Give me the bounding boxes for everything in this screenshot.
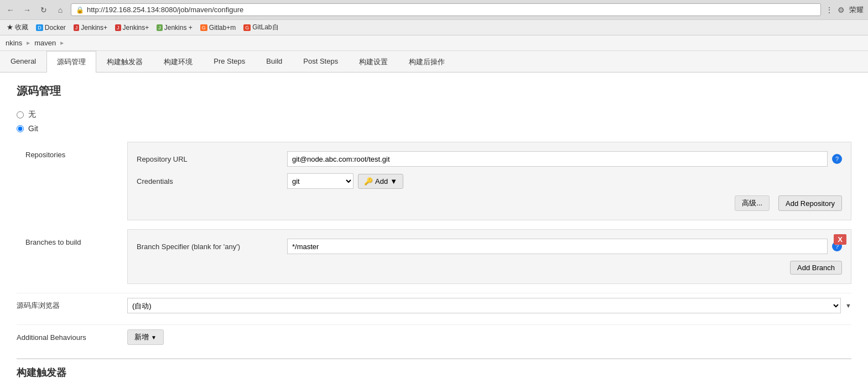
extensions-icon: ⚙: [838, 6, 845, 14]
source-browser-content: (自动) ▼: [127, 298, 851, 313]
bookmarks-bar: ★ 收藏 D Docker J Jenkins+ J Jenkins+ J Je…: [0, 19, 868, 35]
credentials-label: Credentials: [137, 177, 280, 185]
radio-none[interactable]: [17, 111, 24, 118]
tabs-bar: General 源码管理 构建触发器 构建环境 Pre Steps Build …: [0, 51, 868, 73]
key-icon: 🔑: [364, 177, 373, 185]
user-label: 荣耀: [849, 5, 864, 15]
source-browser-row: 源码库浏览器 (自动) ▼: [17, 293, 851, 318]
page-content: General 源码管理 构建触发器 构建环境 Pre Steps Build …: [0, 51, 868, 387]
branches-content: X Branch Specifier (blank for 'any') ? A…: [127, 229, 851, 284]
dropdown-arrow-icon: ▼: [390, 177, 397, 185]
additional-behaviours-label: Additional Behaviours: [17, 333, 127, 342]
repositories-content: Repository URL ? Credentials git 🔑: [127, 142, 851, 220]
tab-post-build[interactable]: 构建后操作: [398, 51, 455, 73]
radio-git[interactable]: [17, 125, 24, 132]
bookmark-favorites[interactable]: ★ 收藏: [4, 22, 30, 33]
tab-post-steps[interactable]: Post Steps: [293, 51, 349, 73]
repo-url-input[interactable]: [287, 151, 828, 167]
repo-url-row: Repository URL ?: [137, 151, 842, 167]
source-browser-select[interactable]: (自动): [127, 298, 841, 313]
additional-behaviours-row: Additional Behaviours 新增 ▼: [17, 324, 851, 349]
remove-branch-button[interactable]: X: [834, 234, 846, 245]
tab-source-management[interactable]: 源码管理: [46, 51, 96, 73]
credentials-select[interactable]: git: [287, 173, 354, 189]
repo-url-help-icon[interactable]: ?: [832, 154, 842, 164]
add-credentials-button[interactable]: 🔑 Add ▼: [358, 174, 403, 189]
tab-build-env[interactable]: 构建环境: [153, 51, 203, 73]
source-browser-label: 源码库浏览器: [17, 301, 127, 311]
branch-specifier-input[interactable]: [287, 239, 828, 254]
back-button[interactable]: ←: [4, 4, 17, 16]
advanced-button[interactable]: 高级...: [735, 195, 770, 211]
browser-toolbar: ← → ↻ ⌂ 🔒 http://192.168.254.134:8080/jo…: [0, 0, 868, 19]
tab-build-settings[interactable]: 构建设置: [349, 51, 398, 73]
bookmark-gitlab1[interactable]: G Gitlab+m: [198, 23, 238, 33]
breadcrumb: nkins ► maven ►: [0, 35, 868, 51]
page-title: 源码管理: [17, 84, 851, 99]
repo-url-input-group: ?: [287, 151, 842, 167]
lock-icon: 🔒: [76, 6, 84, 14]
refresh-button[interactable]: ↻: [38, 4, 50, 16]
tab-build-triggers[interactable]: 构建触发器: [96, 51, 153, 73]
breadcrumb-sep1: ►: [25, 40, 31, 46]
breadcrumb-maven[interactable]: maven: [34, 39, 56, 47]
docker-icon: D: [36, 24, 43, 31]
branches-section: Branches to build X Branch Specifier (bl…: [17, 229, 851, 284]
radio-none-label[interactable]: 无: [17, 110, 851, 120]
home-button[interactable]: ⌂: [54, 4, 66, 16]
source-browser-dropdown-icon: ▼: [845, 302, 851, 309]
tab-build[interactable]: Build: [256, 51, 293, 73]
tab-pre-steps[interactable]: Pre Steps: [203, 51, 256, 73]
bookmark-jenkins1[interactable]: J Jenkins+: [71, 23, 110, 33]
add-repository-button[interactable]: Add Repository: [778, 195, 842, 211]
bookmark-jenkins2[interactable]: J Jenkins+: [113, 23, 151, 33]
additional-behaviours-content: 新增 ▼: [127, 329, 164, 345]
jenkins1-icon: J: [74, 24, 80, 31]
address-bar: 🔒 http://192.168.254.134:8080/job/maven/…: [71, 3, 821, 16]
jenkins3-icon: J: [157, 24, 163, 31]
repo-actions: 高级... Add Repository: [137, 195, 842, 211]
share-icon: ⋮: [825, 6, 833, 14]
credentials-row: Credentials git 🔑 Add ▼: [137, 173, 842, 189]
breadcrumb-sep2: ►: [59, 40, 65, 46]
breadcrumb-jenkins[interactable]: nkins: [6, 39, 22, 47]
radio-group: 无 Git: [17, 110, 851, 133]
repositories-section: Repositories Repository URL ? Credential…: [17, 142, 851, 220]
browser-chrome: ← → ↻ ⌂ 🔒 http://192.168.254.134:8080/jo…: [0, 0, 868, 35]
add-new-dropdown-arrow-icon: ▼: [151, 334, 157, 340]
branch-actions: Add Branch: [137, 261, 842, 275]
tab-general[interactable]: General: [0, 51, 46, 73]
gitlab1-icon: G: [200, 24, 207, 31]
add-branch-button[interactable]: Add Branch: [790, 261, 842, 275]
next-section-title: 构建触发器: [17, 358, 851, 379]
bookmark-jenkins3[interactable]: J Jenkins +: [154, 23, 195, 33]
branch-specifier-input-group: ?: [287, 239, 842, 254]
bookmark-docker[interactable]: D Docker: [34, 23, 68, 33]
repo-url-label: Repository URL: [137, 155, 280, 163]
radio-git-label[interactable]: Git: [17, 124, 851, 133]
url-text: http://192.168.254.134:8080/job/maven/co…: [87, 6, 243, 14]
form-area: 源码管理 无 Git Repositories Repository URL: [0, 73, 868, 387]
branch-specifier-row: Branch Specifier (blank for 'any') ?: [137, 239, 842, 254]
add-new-button[interactable]: 新增 ▼: [127, 329, 164, 345]
jenkins2-icon: J: [115, 24, 121, 31]
gitlab2-icon: G: [243, 24, 251, 31]
branch-specifier-label: Branch Specifier (blank for 'any'): [137, 242, 280, 251]
credentials-input-group: git 🔑 Add ▼: [287, 173, 842, 189]
branches-label: Branches to build: [17, 229, 127, 284]
forward-button[interactable]: →: [21, 4, 33, 16]
repositories-label: Repositories: [17, 142, 127, 220]
bookmark-gitlab2[interactable]: G GitLab自: [241, 22, 280, 33]
